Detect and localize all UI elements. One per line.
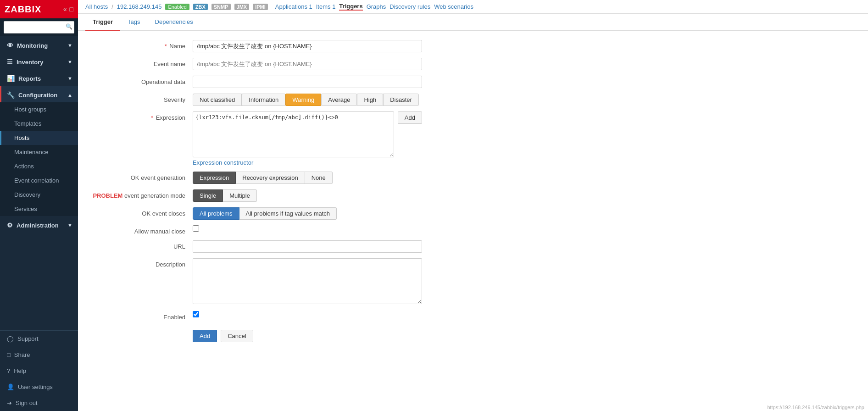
severity-control: Not classified Information Warning Avera…: [193, 94, 422, 106]
protocol-ipmi: IPMI: [253, 4, 268, 10]
sidebar: ZABBIX « □ 🔍 👁 Monitoring ▼ ☰ Inventory …: [0, 0, 78, 411]
event-name-input[interactable]: [193, 58, 422, 70]
ok-closes-all-problems-btn[interactable]: All problems: [193, 207, 239, 220]
expression-constructor-link[interactable]: Expression constructor: [193, 159, 253, 166]
ok-event-closes-control: All problems All problems if tag values …: [193, 207, 422, 220]
ok-event-generation-group: Expression Recovery expression None: [193, 172, 422, 184]
sidebar-item-maintenance[interactable]: Maintenance: [0, 145, 78, 159]
sidebar-item-inventory[interactable]: ☰ Inventory ▼: [0, 53, 78, 69]
operational-data-input[interactable]: [193, 76, 422, 88]
search-icon: 🔍: [66, 23, 72, 30]
link-triggers[interactable]: Triggers: [339, 3, 362, 11]
ok-gen-recovery-btn[interactable]: Recovery expression: [236, 172, 305, 184]
description-control: [193, 258, 422, 305]
sidebar-item-event-correlation[interactable]: Event correlation: [0, 173, 78, 188]
sidebar-item-discovery[interactable]: Discovery: [0, 188, 78, 202]
sidebar-item-monitoring[interactable]: 👁 Monitoring ▼: [0, 36, 78, 53]
configuration-icon: 🔧: [7, 91, 15, 99]
inventory-section: ☰ Inventory ▼: [0, 53, 78, 69]
breadcrumb-ip[interactable]: 192.168.249.145: [117, 3, 162, 10]
problem-event-mode-row: PROBLEM event generation mode Single Mul…: [92, 189, 854, 202]
sidebar-item-configuration[interactable]: 🔧 Configuration ▲: [0, 86, 78, 102]
severity-not-classified[interactable]: Not classified: [193, 94, 242, 106]
severity-row: Severity Not classified Information Warn…: [92, 94, 854, 106]
sidebar-item-help[interactable]: ? Help: [0, 363, 78, 379]
share-icon: □: [7, 351, 11, 358]
sidebar-item-share[interactable]: □ Share: [0, 347, 78, 363]
add-button[interactable]: Add: [193, 330, 217, 342]
problem-mode-multiple-btn[interactable]: Multiple: [223, 189, 257, 202]
severity-warning[interactable]: Warning: [285, 94, 321, 106]
link-graphs[interactable]: Graphs: [367, 3, 386, 10]
expression-area: {lxr123:vfs.file.cksum[/tmp/abc].diff()}…: [193, 111, 422, 157]
problem-mode-control: Single Multiple: [193, 189, 422, 202]
name-required-star: *: [165, 43, 167, 50]
monitoring-section: 👁 Monitoring ▼: [0, 36, 78, 53]
expression-textarea[interactable]: {lxr123:vfs.file.cksum[/tmp/abc].diff()}…: [193, 111, 394, 157]
cancel-button[interactable]: Cancel: [221, 330, 253, 342]
description-label: Description: [92, 258, 193, 268]
main-content: All hosts / 192.168.249.145 Enabled ZBX …: [78, 0, 868, 411]
expression-add-button[interactable]: Add: [398, 111, 422, 124]
maintenance-label: Maintenance: [14, 149, 48, 156]
tab-dependencies[interactable]: Dependencies: [148, 14, 200, 31]
name-input[interactable]: [193, 40, 422, 52]
description-textarea[interactable]: [193, 258, 422, 304]
reports-chevron: ▼: [67, 76, 72, 81]
hosts-label: Hosts: [14, 134, 29, 141]
sidebar-item-reports[interactable]: 📊 Reports ▼: [0, 69, 78, 86]
tab-tags[interactable]: Tags: [120, 14, 147, 31]
ok-gen-none-btn[interactable]: None: [305, 172, 333, 184]
problem-mode-single-btn[interactable]: Single: [193, 189, 223, 202]
collapse-icon[interactable]: «: [63, 6, 67, 13]
problem-mode-group: Single Multiple: [193, 189, 422, 202]
expand-icon[interactable]: □: [70, 6, 73, 13]
sidebar-bottom: ◯ Support □ Share ? Help 👤 User settings…: [0, 330, 78, 411]
sidebar-item-services[interactable]: Services: [0, 202, 78, 216]
tab-trigger[interactable]: Trigger: [85, 14, 120, 31]
sidebar-item-host-groups[interactable]: Host groups: [0, 102, 78, 117]
sidebar-item-support[interactable]: ◯ Support: [0, 331, 78, 347]
inventory-icon: ☰: [7, 58, 13, 66]
expression-required-star: *: [151, 114, 153, 121]
actions-label: Actions: [14, 163, 34, 170]
configuration-label: Configuration: [18, 92, 57, 99]
monitoring-icon: 👁: [7, 42, 13, 49]
administration-label: Administration: [17, 222, 59, 229]
severity-average[interactable]: Average: [321, 94, 357, 106]
link-applications[interactable]: Applications 1: [275, 3, 312, 10]
protocol-zbx: ZBX: [193, 4, 208, 10]
sidebar-item-sign-out[interactable]: ➜ Sign out: [0, 395, 78, 411]
sidebar-item-hosts[interactable]: Hosts: [0, 131, 78, 145]
url-label: URL: [92, 240, 193, 250]
link-web-scenarios[interactable]: Web scenarios: [434, 3, 473, 10]
problem-mode-suffix: event generation mode: [124, 192, 185, 199]
url-input[interactable]: [193, 240, 422, 253]
severity-information[interactable]: Information: [242, 94, 285, 106]
breadcrumb-all-hosts[interactable]: All hosts: [85, 3, 108, 10]
link-discovery-rules[interactable]: Discovery rules: [389, 3, 430, 10]
url-row: URL: [92, 240, 854, 253]
enabled-checkbox[interactable]: [193, 311, 199, 317]
form-content: * Name Event name Operational data Sever…: [78, 31, 868, 411]
sidebar-item-templates[interactable]: Templates: [0, 117, 78, 131]
description-row: Description: [92, 258, 854, 305]
configuration-chevron: ▲: [67, 92, 72, 98]
user-icon: 👤: [7, 383, 14, 390]
severity-high[interactable]: High: [357, 94, 383, 106]
templates-label: Templates: [14, 120, 41, 127]
help-icon: ?: [7, 367, 10, 374]
sidebar-item-administration[interactable]: ⚙ Administration ▼: [0, 216, 78, 233]
host-groups-label: Host groups: [14, 106, 46, 113]
support-icon: ◯: [7, 335, 14, 342]
allow-manual-close-checkbox[interactable]: [193, 225, 199, 232]
link-items[interactable]: Items 1: [316, 3, 336, 10]
reports-section: 📊 Reports ▼: [0, 69, 78, 86]
sidebar-item-actions[interactable]: Actions: [0, 159, 78, 173]
search-input[interactable]: [4, 21, 74, 33]
ok-closes-tag-btn[interactable]: All problems if tag values match: [239, 207, 337, 220]
help-label: Help: [14, 367, 26, 374]
ok-gen-expression-btn[interactable]: Expression: [193, 172, 236, 184]
sidebar-item-user-settings[interactable]: 👤 User settings: [0, 379, 78, 395]
severity-disaster[interactable]: Disaster: [383, 94, 419, 106]
